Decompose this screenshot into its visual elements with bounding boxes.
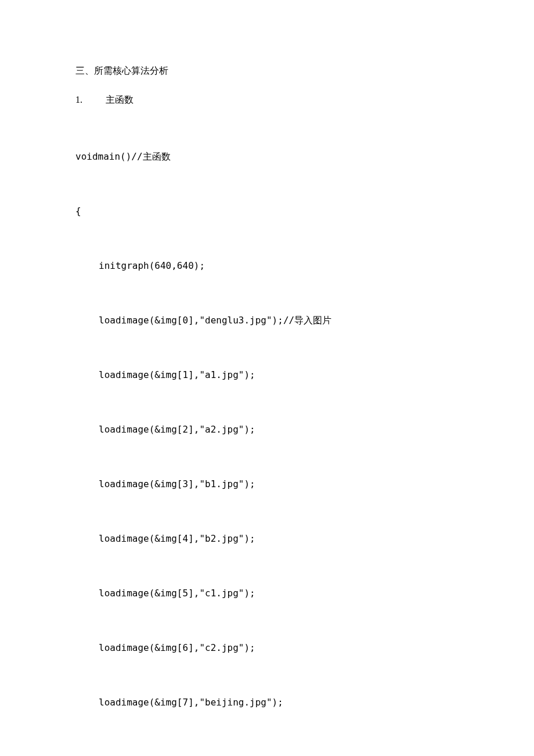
code-line: loadimage(&img[7],"beijing.jpg"); [75,696,459,710]
list-item: 1. 主函数 [75,93,459,107]
code-line: loadimage(&img[4],"b2.jpg"); [75,532,459,546]
list-label: 主函数 [106,95,134,105]
code-line: voidmain()//主函数 [75,150,459,164]
code-line: loadimage(&img[5],"c1.jpg"); [75,586,459,600]
code-line: { [75,204,459,218]
code-line: loadimage(&img[3],"b1.jpg"); [75,477,459,491]
code-block: voidmain()//主函数 { initgraph(640,640); lo… [75,122,459,756]
list-number: 1. [75,93,103,107]
code-line: initgraph(640,640); [75,259,459,273]
section-heading: 三、所需核心算法分析 [75,64,459,78]
code-line: loadimage(&img[1],"a1.jpg"); [75,368,459,382]
code-line: loadimage(&img[2],"a2.jpg"); [75,423,459,437]
code-line: loadimage(&img[0],"denglu3.jpg");//导入图片 [75,314,459,327]
code-line: loadimage(&img[6],"c2.jpg"); [75,641,459,655]
